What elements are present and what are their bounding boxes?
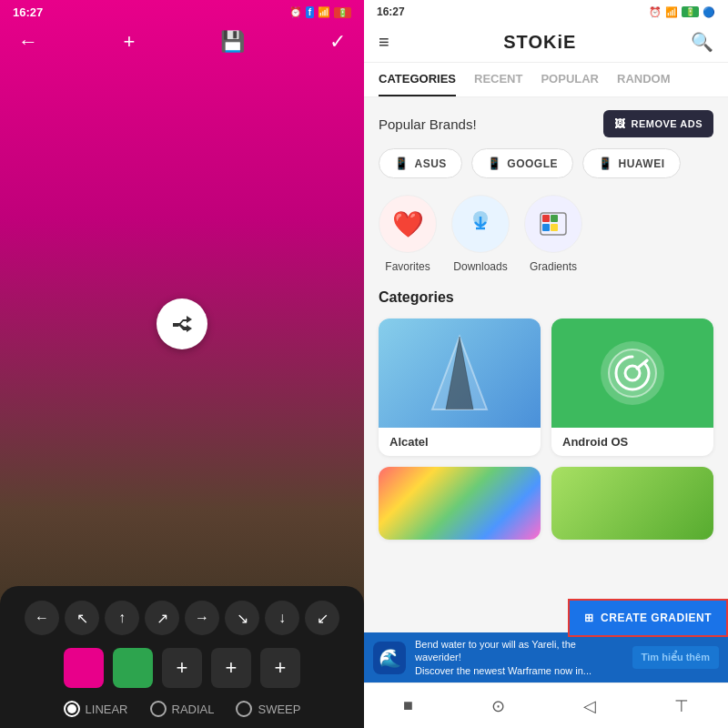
category-icons-row: ❤️ Favorites Downloads [379,195,713,273]
battery-icon: 🔋 [334,7,351,18]
partial-cards [379,467,713,540]
tab-recent[interactable]: RECENT [474,63,522,96]
dir-upright[interactable]: ↗ [145,601,179,635]
svg-rect-7 [551,224,558,231]
gradients-label: Gradients [530,260,577,273]
cat-favorites[interactable]: ❤️ Favorites [379,195,437,273]
dir-downright[interactable]: ↘ [225,601,259,635]
android-name: Android OS [551,428,713,456]
brand-google[interactable]: 📱 GOOGLE [471,148,573,178]
ad-banner: 🌊 Bend water to your will as Yareli, the… [364,632,728,682]
content-area: Popular Brands! 🖼 REMOVE ADS 📱 ASUS 📱 GO… [364,97,728,632]
section-title-categories: Categories [379,289,713,306]
alcatel-image [379,318,541,428]
create-gradient-button[interactable]: ⊞ CREATE GRADIENT [568,599,728,637]
asus-label: ASUS [415,157,447,170]
dir-right[interactable]: → [185,601,219,635]
ad-cta-button[interactable]: Tìm hiểu thêm [632,646,719,669]
status-bar-left: 16:27 ⏰ f 📶 🔋 [0,0,364,23]
dir-upleft[interactable]: ↖ [65,601,99,635]
favorites-label: Favorites [385,260,430,273]
search-button[interactable]: 🔍 [691,31,713,53]
svg-rect-6 [542,224,550,231]
ad-icon-warframe: 🌊 [373,642,406,674]
add-color-1[interactable]: + [162,648,202,688]
cat-downloads[interactable]: Downloads [451,195,510,273]
nav-back[interactable]: ◁ [583,696,596,716]
add-color-2[interactable]: + [211,648,251,688]
android-q-logo [601,341,664,405]
battery-icon-r: 🔋 [682,6,699,17]
radial-option[interactable]: RADIAL [150,701,215,717]
alarm-icon-r: ⏰ [649,6,662,18]
create-gradient-icon: ⊞ [584,612,594,624]
bottom-nav-bar: ■ ⊙ ◁ ⊤ [364,682,728,728]
bottom-controls: ← ↖ ↑ ↗ → ↘ ↓ ↙ + + + LINEAR [0,586,364,728]
wifi-icon: 📶 [665,6,678,18]
favorites-circle: ❤️ [379,195,437,253]
gradients-circle [524,195,582,253]
dir-left[interactable]: ← [25,601,59,635]
nav-menu[interactable]: ⊤ [674,696,689,716]
alarm-icon: ⏰ [289,6,302,18]
brand-asus[interactable]: 📱 ASUS [379,148,462,178]
tab-random[interactable]: RANDOM [617,63,671,96]
cat-card-alcatel[interactable]: Alcatel [379,318,541,456]
bluetooth-icon: 🔵 [703,6,715,18]
gradient-canvas [0,61,364,586]
linear-option[interactable]: LINEAR [64,701,128,717]
cat-gradients[interactable]: Gradients [524,195,582,273]
dir-downleft[interactable]: ↙ [305,601,339,635]
partial-card-1[interactable] [379,467,541,540]
phone-icon-huawei: 📱 [598,157,613,170]
popular-brands-label: Popular Brands! [379,116,477,132]
svg-rect-5 [551,215,558,222]
left-panel: 16:27 ⏰ f 📶 🔋 ← + 💾 ✓ ← ↖ ↑ ↗ → [0,0,364,728]
dir-up[interactable]: ↑ [105,601,139,635]
linear-label: LINEAR [86,703,128,716]
add-button[interactable]: + [123,30,135,54]
tab-popular[interactable]: POPULAR [541,63,599,96]
brand-huawei[interactable]: 📱 HUAWEI [582,148,681,178]
remove-ads-button[interactable]: 🖼 REMOVE ADS [603,110,713,137]
gradient-type-row: LINEAR RADIAL SWEEP [11,701,353,717]
radial-radio [150,701,167,717]
downloads-circle [451,195,510,253]
color-row: + + + [11,648,353,688]
signal-icon: 📶 [318,6,330,18]
fb-icon: f [306,6,314,18]
color-swatch-pink[interactable] [64,648,104,688]
status-bar-right: 16:27 ⏰ 📶 🔋 🔵 [364,0,728,22]
remove-ads-label: REMOVE ADS [631,118,703,129]
back-button[interactable]: ← [18,30,38,54]
hamburger-button[interactable]: ≡ [379,32,389,53]
huawei-label: HUAWEI [619,157,665,170]
app-header: ≡ STOKiE 🔍 [364,22,728,63]
radial-label: RADIAL [172,703,215,716]
color-swatch-green[interactable] [113,648,153,688]
sweep-radio [236,701,252,717]
status-icons-left: ⏰ f 📶 🔋 [289,6,351,18]
downloads-label: Downloads [453,260,507,273]
save-button[interactable]: 💾 [220,30,245,54]
time-right: 16:27 [377,5,405,18]
phone-icon-google: 📱 [487,157,502,170]
tab-categories[interactable]: CATEGORIES [379,63,456,96]
sweep-option[interactable]: SWEEP [236,701,300,717]
ad-text-line1: Bend water to your will as Yareli, the w… [415,638,623,664]
shuffle-button[interactable] [157,298,207,349]
nav-home[interactable]: ⊙ [491,696,505,716]
popular-brands-row: Popular Brands! 🖼 REMOVE ADS [379,110,713,137]
status-icons-right: ⏰ 📶 🔋 🔵 [649,6,715,18]
cat-card-android[interactable]: Android OS [551,318,713,456]
check-button[interactable]: ✓ [329,30,346,54]
brand-chips: 📱 ASUS 📱 GOOGLE 📱 HUAWEI [379,148,713,178]
time-left: 16:27 [13,5,43,19]
add-color-3[interactable]: + [260,648,300,688]
create-gradient-label: CREATE GRADIENT [601,612,712,624]
sweep-label: SWEEP [258,703,300,716]
android-image [551,318,713,428]
dir-down[interactable]: ↓ [265,601,299,635]
partial-card-2[interactable] [551,467,713,540]
nav-square[interactable]: ■ [403,696,413,715]
